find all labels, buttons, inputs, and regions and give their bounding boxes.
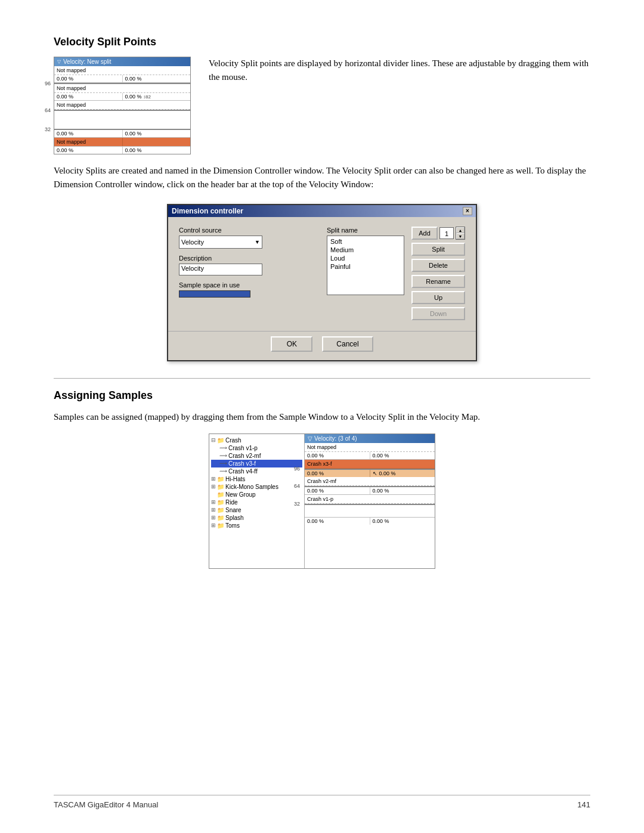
- velocity-split-body: Velocity Splits are created and named in…: [54, 164, 590, 192]
- tree-label-toms: Toms: [225, 522, 240, 529]
- control-source-dropdown[interactable]: Velocity ▼: [179, 236, 262, 249]
- empty-space-64: [54, 111, 190, 129]
- not-mapped-orange: Not mapped: [54, 138, 123, 146]
- tree-item-toms: ⊞ 📁 Toms: [211, 522, 302, 529]
- section-divider: [54, 378, 590, 379]
- not-mapped-row-3: Not mapped: [54, 101, 190, 110]
- folder-icon-snare: 📁: [217, 507, 224, 513]
- ok-button[interactable]: OK: [271, 336, 312, 352]
- val-cell: 0.00 %: [123, 75, 191, 82]
- tree-item-crash-v2mf: ⟿ Crash v2-mf: [211, 452, 302, 460]
- down-button[interactable]: Down: [411, 307, 465, 320]
- folder-icon-newgroup: 📁: [217, 491, 224, 498]
- tree-label-ride: Ride: [225, 499, 238, 506]
- velocity-split-desc-text: Velocity Split points are displayed by h…: [209, 57, 590, 85]
- delete-button[interactable]: Delete: [411, 259, 465, 272]
- split-item-soft[interactable]: Soft: [329, 237, 402, 246]
- vel-panel-title-text: Velocity: (3 of 4): [314, 435, 357, 442]
- vel-orange-val-1: 0.00 %: [305, 470, 370, 477]
- tree-expand-kickmono: ⊞: [211, 484, 216, 490]
- dialog-left-panel: Control source Velocity ▼ Description Ve…: [179, 227, 320, 320]
- split-item-medium[interactable]: Medium: [329, 246, 402, 254]
- val-cell: 0.00 %: [54, 75, 123, 82]
- description-label: Description: [179, 255, 320, 262]
- folder-icon-hihats: 📁: [217, 476, 224, 482]
- page-footer: TASCAM GigaEditor 4 Manual 141: [54, 795, 590, 809]
- dropdown-arrow-icon: ▼: [255, 239, 260, 245]
- vel-val-4: 0.00 %: [370, 487, 435, 494]
- sample-icon-crash-v2mf: ⟿: [219, 453, 227, 459]
- up-button[interactable]: Up: [411, 291, 465, 304]
- tree-label-kickmono: Kick-Mono Samples: [225, 484, 278, 490]
- dimension-controller-dialog: Dimension controller × Control source Ve…: [167, 204, 477, 361]
- split-item-painful[interactable]: Painful: [329, 262, 402, 271]
- sample-space-bar: [179, 290, 250, 298]
- assigning-samples-body: Samples can be assigned (mapped) by drag…: [54, 410, 590, 424]
- tree-label-crash: Crash: [225, 437, 242, 444]
- vel-orange-val-2-text: 0.00 %: [379, 470, 396, 476]
- folder-icon-ride: 📁: [217, 499, 224, 506]
- sample-icon-crash-v3f: ⟿: [219, 460, 227, 466]
- sample-assign-inner: ⊟ 📁 Crash ⟿ Crash v1-p ⟿ Crash v2-mf ⟿ C…: [209, 433, 435, 569]
- val-cell: 0.00 %: [54, 93, 123, 100]
- tree-label-crash-v1p: Crash v1-p: [228, 445, 258, 451]
- dialog-close-button[interactable]: ×: [463, 207, 472, 215]
- description-input[interactable]: Velocity: [179, 264, 262, 275]
- dialog-right-panel: Add 1 ▲ ▼ Split Delete Rename Up Down: [411, 227, 465, 320]
- split-item-loud[interactable]: Loud: [329, 254, 402, 262]
- add-number-field[interactable]: 1: [439, 227, 454, 239]
- folder-icon-splash: 📁: [217, 515, 224, 521]
- vel-not-mapped: Not mapped: [305, 443, 435, 452]
- vel-marker-32-area: 32: [305, 504, 435, 505]
- velocity-panel-right: ▽ Velocity: (3 of 4) Not mapped 0.00 % 0…: [305, 434, 435, 568]
- folder-icon-kickmono: 📁: [217, 484, 224, 490]
- vel-orange-val-2: ↖ 0.00 %: [370, 470, 435, 477]
- val-cell: 0.00 %: [54, 130, 123, 137]
- vel-val-2: 0.00 %: [370, 452, 435, 459]
- tree-expand-splash: ⊞: [211, 515, 216, 521]
- vel-val-3: 0.00 %: [305, 487, 370, 494]
- spin-down-button[interactable]: ▼: [456, 233, 465, 239]
- split-button[interactable]: Split: [411, 243, 465, 256]
- val-row-3: 0.00 % 0.00 %: [54, 130, 190, 138]
- tree-item-hihats: ⊞ 📁 Hi-Hats: [211, 475, 302, 483]
- velocity-arrow-icon: ▽: [57, 59, 61, 64]
- tree-label-hihats: Hi-Hats: [225, 476, 245, 482]
- sample-icon-crash-v4ff: ⟿: [219, 468, 227, 474]
- vel-96-label: 96: [294, 466, 300, 472]
- split-name-label: Split name: [327, 227, 404, 234]
- velocity-split-description: Velocity Split points are displayed by h…: [209, 57, 590, 85]
- add-button[interactable]: Add: [411, 227, 438, 240]
- tree-expand-crash: ⊟: [211, 437, 216, 443]
- spin-up-button[interactable]: ▲: [456, 227, 465, 233]
- folder-icon-toms: 📁: [217, 522, 224, 529]
- vel-arrow-icon: ▽: [308, 435, 312, 442]
- dialog-title: Dimension controller: [172, 207, 243, 215]
- dimension-controller-dialog-section: Dimension controller × Control source Ve…: [54, 204, 590, 361]
- val-cell: 0.00 %: [123, 130, 191, 137]
- rename-button[interactable]: Rename: [411, 275, 465, 288]
- sample-space-label: Sample space in use: [179, 281, 320, 289]
- cancel-button[interactable]: Cancel: [322, 336, 373, 352]
- tree-expand-snare: ⊞: [211, 507, 216, 513]
- vel-32-label: 32: [294, 501, 300, 507]
- tree-label-crash-v2mf: Crash v2-mf: [228, 453, 261, 459]
- vel-marker-64-area: 64: [305, 486, 435, 487]
- tree-expand-ride: ⊞: [211, 499, 216, 505]
- marker-32-label: 32: [45, 126, 51, 132]
- marker-96-line: 96: [54, 83, 190, 84]
- tree-item-splash: ⊞ 📁 Splash: [211, 514, 302, 522]
- tree-expand-hihats: ⊞: [211, 476, 216, 482]
- val-row-1: 0.00 % 0.00 %: [54, 75, 190, 83]
- tree-item-newgroup: 📁 New Group: [211, 491, 302, 498]
- vel-panel-title: ▽ Velocity: (3 of 4): [305, 434, 435, 443]
- velocity-window-mock: ▽ Velocity: New split Not mapped 0.00 % …: [54, 57, 191, 154]
- marker-32-line: 32: [54, 129, 190, 130]
- add-spinner[interactable]: ▲ ▼: [456, 227, 465, 240]
- vel-val-5: 0.00 %: [305, 518, 370, 525]
- orange-cell: [123, 138, 191, 146]
- vel-marker-96-area: 96 0.00 % ↖ 0.00 %: [305, 469, 435, 477]
- split-name-list[interactable]: Soft Medium Loud Painful: [327, 236, 404, 295]
- velocity-window-title: Velocity: New split: [63, 58, 112, 65]
- footer-right: 141: [577, 800, 590, 809]
